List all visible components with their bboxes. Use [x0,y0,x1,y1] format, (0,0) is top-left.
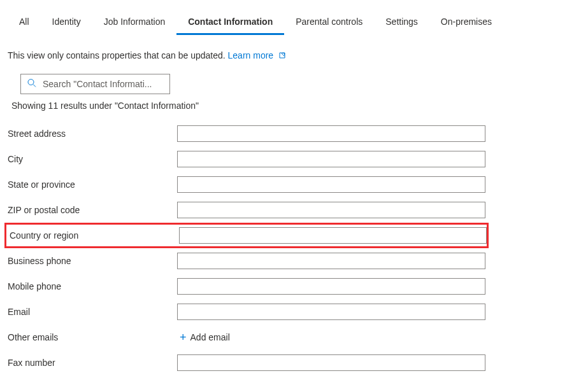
row-other-emails: Other emails + Add email [8,325,574,350]
label-country: Country or region [10,230,179,241]
row-street-address: Street address [8,121,574,146]
input-zip[interactable] [177,202,485,218]
plus-icon: + [180,331,187,344]
input-city[interactable] [177,151,485,167]
info-text-label: This view only contains properties that … [8,50,226,60]
svg-point-0 [28,80,34,85]
input-street-address[interactable] [177,125,485,142]
row-city: City [8,146,574,172]
input-country[interactable] [179,227,487,244]
label-business-phone: Business phone [8,256,177,266]
results-count-text: Showing 11 results under "Contact Inform… [0,94,574,111]
input-fax[interactable] [177,354,485,371]
label-city: City [8,154,177,164]
input-business-phone[interactable] [177,253,485,269]
row-business-phone: Business phone [8,248,574,274]
search-icon [27,78,37,90]
row-country: Country or region [4,223,489,248]
tab-contact-information[interactable]: Contact Information [176,11,284,35]
tab-on-premises[interactable]: On-premises [429,11,503,35]
svg-line-1 [33,85,36,87]
input-state[interactable] [177,176,485,193]
form-container: Street address City State or province ZI… [0,111,574,375]
label-zip: ZIP or postal code [8,205,177,215]
info-text: This view only contains properties that … [0,35,574,61]
tab-all[interactable]: All [8,11,41,35]
tab-settings[interactable]: Settings [374,11,429,35]
search-input[interactable] [20,74,170,94]
search-container [20,74,170,94]
tab-identity[interactable]: Identity [41,11,92,35]
tab-bar: All Identity Job Information Contact Inf… [0,0,574,35]
label-street-address: Street address [8,129,177,139]
row-mobile-phone: Mobile phone [8,274,574,299]
row-email: Email [8,299,574,325]
add-email-button[interactable]: + Add email [177,331,230,344]
row-zip: ZIP or postal code [8,197,574,223]
tab-parental-controls[interactable]: Parental controls [284,11,374,35]
add-email-label: Add email [190,332,230,342]
label-other-emails: Other emails [8,332,177,342]
external-link-icon [278,51,286,61]
label-mobile-phone: Mobile phone [8,281,177,291]
input-mobile-phone[interactable] [177,278,485,295]
row-state: State or province [8,172,574,197]
label-state: State or province [8,179,177,190]
tab-job-information[interactable]: Job Information [92,11,177,35]
learn-more-link[interactable]: Learn more [228,50,286,60]
row-fax: Fax number [8,350,574,375]
input-email[interactable] [177,304,485,320]
label-fax: Fax number [8,358,177,368]
label-email: Email [8,307,177,317]
